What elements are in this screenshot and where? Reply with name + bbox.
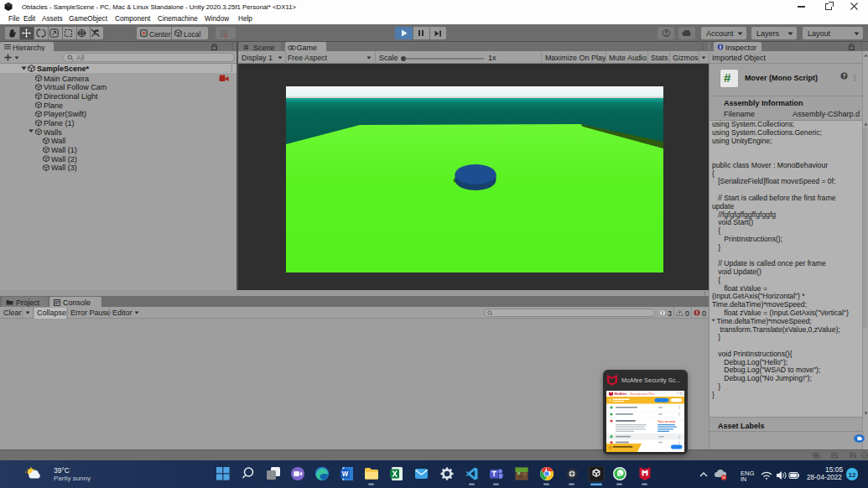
svg-text:Security scan Plus: Security scan Plus bbox=[630, 392, 655, 396]
svg-text:Turn on now: Turn on now bbox=[657, 420, 675, 423]
svg-text:?: ? bbox=[843, 73, 846, 79]
svg-text:IN: IN bbox=[741, 476, 746, 481]
svg-text:McAfee: McAfee bbox=[615, 392, 628, 396]
